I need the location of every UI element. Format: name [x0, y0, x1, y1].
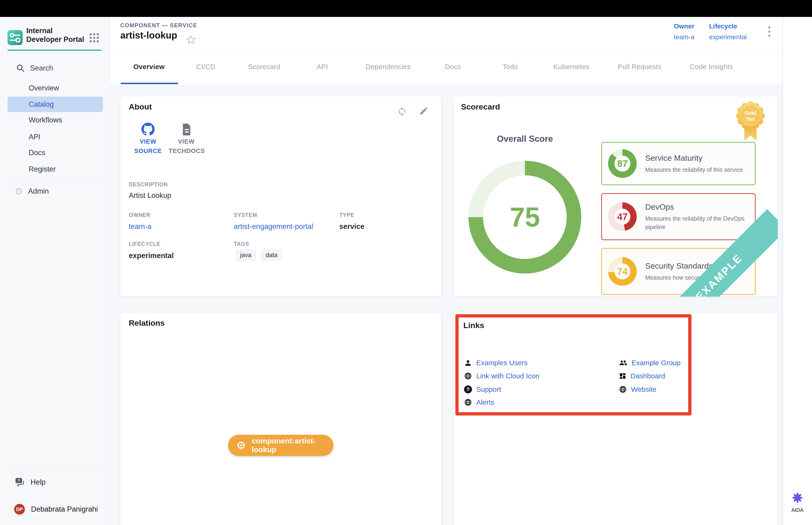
about-title: About: [129, 102, 152, 111]
relations-card: Relations component:artist-lookup: [120, 313, 441, 525]
search-icon: [16, 64, 25, 73]
tags-list: java data: [235, 249, 286, 261]
metric-devops[interactable]: 47 DevOps Measures the reliability of th…: [601, 193, 756, 240]
overall-score-donut: 75: [469, 161, 581, 273]
tab-code-insights[interactable]: Code Insights: [690, 63, 733, 71]
entity-header: COMPONENT — SERVICE artist-lookup Owner …: [110, 17, 782, 51]
avatar: DP: [13, 503, 26, 515]
metric-donut: 47: [608, 202, 637, 231]
top-bar: [0, 0, 812, 17]
help-chat-icon: ?: [15, 477, 25, 487]
apps-grid-icon[interactable]: [89, 32, 99, 43]
page-title: artist-lookup: [120, 30, 177, 41]
search-label: Search: [30, 64, 53, 72]
tag-chip[interactable]: java: [235, 249, 256, 261]
tab-dependencies[interactable]: Dependencies: [366, 63, 411, 71]
tab-pull-requests[interactable]: Pull Requests: [618, 63, 661, 71]
type-value: service: [339, 222, 364, 231]
tags-label: TAGS: [234, 241, 249, 247]
system-value-link[interactable]: artist-engagement-portal: [234, 222, 313, 231]
svg-text:?: ?: [18, 479, 20, 483]
overall-score-label: Overall Score: [478, 134, 572, 144]
brand-title: Internal Developer Portal: [26, 26, 88, 44]
scorecard-card: Scorecard Gold Tier Overall Score 75: [454, 96, 778, 297]
overall-score-value: 75: [469, 161, 581, 273]
tab-api[interactable]: API: [317, 63, 328, 71]
view-techdocs-button[interactable]: VIEW TECHDOCS: [169, 123, 204, 155]
entity-kind: COMPONENT — SERVICE: [120, 22, 197, 29]
view-source-button[interactable]: VIEW SOURCE: [134, 123, 162, 155]
user-name: Debabrata Panigrahi: [31, 505, 98, 513]
tab-overview[interactable]: Overview: [134, 63, 165, 71]
aida-label[interactable]: AIDA: [783, 507, 812, 513]
metric-donut: 87: [608, 149, 637, 178]
sidebar-item-help[interactable]: ? Help: [15, 477, 46, 487]
document-icon: [181, 123, 192, 136]
lifecycle-label: LIFECYCLE: [129, 241, 160, 247]
sidebar-user[interactable]: DP Debabrata Panigrahi: [13, 503, 98, 515]
relations-node-label: component:artist-lookup: [251, 437, 333, 454]
github-icon: [141, 123, 155, 136]
right-gutter: AIDA: [782, 17, 812, 525]
tag-chip[interactable]: data: [261, 249, 282, 261]
edit-pencil-icon[interactable]: [419, 106, 429, 116]
sidebar-item-catalog[interactable]: Catalog: [7, 96, 103, 112]
relations-title: Relations: [129, 318, 165, 328]
app-logo: [7, 30, 22, 45]
owner-label: OWNER: [129, 212, 150, 218]
gear-icon: ⚙: [15, 186, 23, 196]
badge-line1: Gold: [745, 110, 756, 116]
entity-tabs: Overview CI/CD Scorecard API Dependencie…: [110, 51, 782, 85]
content-area: About VIEW SOURCE: [110, 85, 782, 525]
aida-logo-icon[interactable]: [791, 491, 804, 504]
tab-docs[interactable]: Docs: [445, 63, 461, 71]
tab-todo[interactable]: Todo: [503, 63, 518, 71]
gold-tier-badge: Gold Tier: [735, 100, 766, 142]
microchip-icon: [236, 440, 246, 451]
header-lifecycle: Lifecycle experimental: [709, 22, 747, 41]
scorecard-title: Scorecard: [461, 102, 500, 111]
sidebar-item-api[interactable]: API: [7, 129, 103, 145]
sidebar-search[interactable]: Search: [16, 64, 53, 73]
favorite-star-icon[interactable]: [186, 34, 196, 45]
sidebar-item-workflows[interactable]: Workflows: [7, 112, 103, 128]
tab-scorecard[interactable]: Scorecard: [248, 63, 280, 71]
about-card: About VIEW SOURCE: [120, 96, 441, 297]
active-tab-indicator: [121, 83, 178, 84]
more-options-icon[interactable]: [768, 26, 770, 37]
metric-service-maturity[interactable]: 87 Service Maturity Measures the reliabi…: [601, 142, 756, 185]
refresh-icon[interactable]: [397, 106, 407, 116]
owner-value-link[interactable]: team-a: [129, 222, 151, 231]
owner-link[interactable]: team-a: [674, 33, 694, 41]
relations-node-component[interactable]: component:artist-lookup: [228, 435, 333, 456]
links-card-highlight: [455, 314, 691, 416]
tab-kubernetes[interactable]: Kubernetes: [553, 63, 589, 71]
description-label: DESCRIPTION: [129, 181, 168, 188]
tab-cicd[interactable]: CI/CD: [196, 63, 215, 71]
sidebar-item-admin[interactable]: ⚙ Admin: [15, 186, 49, 196]
lifecycle-value: experimental: [129, 252, 174, 260]
header-owner: Owner team-a: [674, 22, 694, 41]
sidebar-item-register[interactable]: Register: [7, 162, 103, 177]
sidebar-item-docs[interactable]: Docs: [7, 145, 103, 161]
sidebar-item-overview[interactable]: Overview: [7, 80, 103, 96]
description-value: Artist Lookup: [129, 191, 171, 200]
sidebar: Internal Developer Portal Search Overvie…: [0, 17, 110, 525]
system-label: SYSTEM: [234, 212, 257, 218]
metric-donut: 74: [608, 257, 637, 286]
type-label: TYPE: [339, 212, 354, 218]
badge-line2: Tier: [746, 116, 755, 122]
brand-divider: [7, 49, 102, 51]
